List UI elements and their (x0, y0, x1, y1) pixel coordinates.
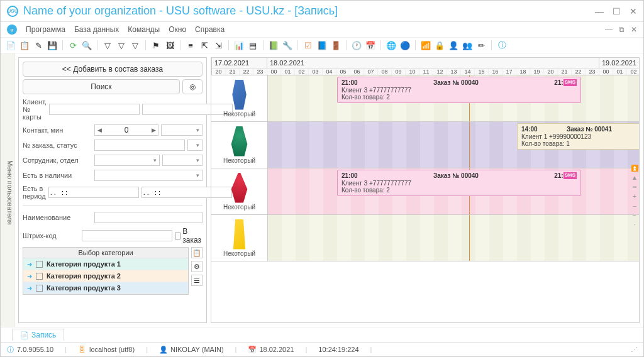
add-to-order-button[interactable]: << Добавить в состав заказа (23, 62, 203, 77)
user-icon[interactable]: 👤 (448, 40, 458, 50)
category-checkbox[interactable] (36, 285, 43, 292)
category-item[interactable]: ➜ Категория продукта 3 (23, 282, 188, 294)
contact-spinner[interactable]: ◀ 0 ▶ (94, 124, 158, 136)
category-item[interactable]: ➜ Категория продукта 1 (23, 258, 188, 270)
timeline-track[interactable]: 21:00Заказ № 0004021:SMS Клиент 3 +77777… (268, 168, 639, 214)
event-order[interactable]: 21:00Заказ № 0004021:SMS Клиент 3 +77777… (337, 77, 581, 103)
edit-icon[interactable]: ✎ (33, 40, 43, 50)
gear-icon[interactable]: ⚙ (191, 261, 203, 272)
resize-grip-icon[interactable]: ⋰ (631, 346, 638, 354)
filter2-icon[interactable]: ▽ (116, 40, 126, 50)
flag-icon[interactable]: ⚑ (151, 40, 161, 50)
close-child-icon[interactable]: ✕ (631, 25, 637, 34)
menu-database[interactable]: База данных (74, 25, 119, 34)
refresh-icon[interactable]: ⟳ (68, 40, 78, 50)
label-contact: Контакт, мин (23, 126, 92, 134)
card-icon[interactable]: ▤ (248, 40, 258, 50)
contact-combo[interactable] (161, 124, 203, 136)
tab-record[interactable]: 📄 Запись (12, 329, 64, 341)
side-tab-usermenu[interactable]: Меню пользователя (1, 53, 14, 327)
scroll-plus-icon[interactable]: + (633, 193, 636, 200)
category-checkbox[interactable] (36, 261, 43, 268)
minimize-icon[interactable]: — (595, 6, 604, 16)
clock-icon[interactable]: 🕐 (352, 40, 362, 50)
menu-window[interactable]: Окно (169, 25, 186, 34)
rss-icon[interactable]: 📶 (421, 40, 431, 50)
spinner-left-icon[interactable]: ◀ (95, 127, 104, 133)
label-order: № заказа, статус (23, 141, 92, 149)
product-image (230, 80, 250, 110)
target-icon[interactable]: ◎ (182, 79, 203, 94)
search-icon[interactable]: 🔍 (82, 40, 92, 50)
save-icon[interactable]: 💾 (47, 40, 57, 50)
tree-icon[interactable]: 📊 (234, 40, 244, 50)
order-input[interactable] (94, 140, 185, 151)
scroll-up-icon[interactable]: ⏫ (631, 165, 638, 172)
calendar-icon[interactable]: 📅 (365, 40, 375, 50)
tool-icon[interactable]: 🔧 (282, 40, 292, 50)
copy-icon[interactable]: 📋 (19, 40, 30, 50)
left-panel: << Добавить в состав заказа Поиск ◎ Клие… (18, 57, 207, 323)
scroll-up2-icon[interactable]: ▲ (631, 174, 638, 181)
check-icon[interactable]: ☑ (303, 40, 313, 50)
pencil-icon[interactable]: ✏ (476, 40, 486, 50)
new-icon[interactable]: 📄 (6, 40, 16, 50)
excel-icon[interactable]: 📗 (269, 40, 279, 50)
event-order[interactable]: 14:00Заказ № 0004114:00 Клиент 1 +999900… (517, 123, 639, 150)
color-icon[interactable]: 🔵 (400, 40, 410, 50)
scroll-minus-icon[interactable]: − (633, 212, 636, 219)
timeline-track[interactable]: 21:00Заказ № 0004021:SMS Клиент 3 +77777… (268, 75, 639, 121)
filter-icon[interactable]: ▽ (103, 40, 113, 50)
timeline-scroll-controls[interactable]: ⏫ ▲ ━ + – − · (630, 77, 639, 316)
menu-commands[interactable]: Команды (128, 25, 160, 34)
collapse-icon[interactable]: ⇲ (213, 40, 223, 50)
status-time: 10:24:19:224 (318, 346, 358, 353)
form-icon[interactable]: 📘 (317, 40, 327, 50)
close-icon[interactable]: ✕ (630, 6, 637, 16)
instock-combo[interactable] (94, 170, 203, 181)
menu-program[interactable]: Программа (26, 25, 65, 34)
users-icon[interactable]: 👥 (462, 40, 472, 50)
timeline-track[interactable]: 14:00Заказ № 0004114:00 Клиент 1 +999900… (268, 122, 639, 168)
lock-icon[interactable]: 🔒 (435, 40, 445, 50)
copy-cat-icon[interactable]: 📋 (191, 247, 203, 258)
name-input[interactable] (94, 212, 203, 223)
info-icon[interactable]: ⓘ (497, 40, 507, 50)
scroll-dot-icon[interactable]: · (634, 221, 636, 228)
barcode-input[interactable] (82, 230, 172, 241)
label-barcode: Штрих-код (23, 232, 79, 239)
dept-combo[interactable] (162, 155, 203, 166)
image-icon[interactable]: 🖼 (165, 40, 175, 50)
restore-child-icon[interactable]: ⧉ (619, 25, 625, 34)
maximize-icon[interactable]: ☐ (613, 6, 621, 16)
min-child-icon[interactable]: — (605, 25, 613, 34)
expand-icon[interactable]: ⇱ (199, 40, 209, 50)
arrow-icon: ➜ (27, 261, 32, 268)
category-item[interactable]: ➜ Категория продукта 2 (23, 270, 188, 282)
category-header: Выбор категории (23, 248, 188, 258)
period-from-input[interactable] (48, 187, 139, 198)
client-input[interactable] (49, 104, 140, 115)
event-order[interactable]: 21:00Заказ № 0004021:SMS Клиент 3 +77777… (337, 170, 581, 196)
scroll-bar-icon[interactable]: ━ (633, 184, 636, 190)
toolbar: 📄 📋 ✎ 💾 ⟳ 🔍 ▽ ▽ ▽ ⚑ 🖼 ≡ ⇱ ⇲ 📊 ▤ 📗 🔧 ☑ 📘 … (1, 38, 643, 53)
timeline-track[interactable] (268, 215, 639, 261)
search-button[interactable]: Поиск (23, 79, 180, 94)
statusbar: ⓘ7.0.9055.10 | 🗄localhost (utf8) | 👤NIKO… (1, 342, 643, 356)
status-combo[interactable] (187, 140, 203, 151)
date-header: 18.02.2021 (267, 58, 599, 68)
category-checkbox[interactable] (36, 273, 43, 280)
exit-icon[interactable]: 🚪 (331, 40, 341, 50)
scroll-line-icon[interactable]: – (633, 202, 636, 209)
to-order-label: В заказ (182, 227, 203, 244)
globe-icon[interactable]: 🌐 (386, 40, 396, 50)
menu-logo-icon: u (7, 25, 17, 35)
filter3-icon[interactable]: ▽ (130, 40, 140, 50)
spinner-right-icon[interactable]: ▶ (149, 127, 158, 133)
menu-help[interactable]: Справка (195, 25, 225, 34)
employee-combo[interactable] (94, 155, 160, 166)
status-host: localhost (utf8) (89, 346, 135, 353)
align-icon[interactable]: ≡ (186, 40, 196, 50)
to-order-checkbox[interactable] (175, 233, 180, 239)
list-icon[interactable]: ☰ (191, 275, 203, 286)
